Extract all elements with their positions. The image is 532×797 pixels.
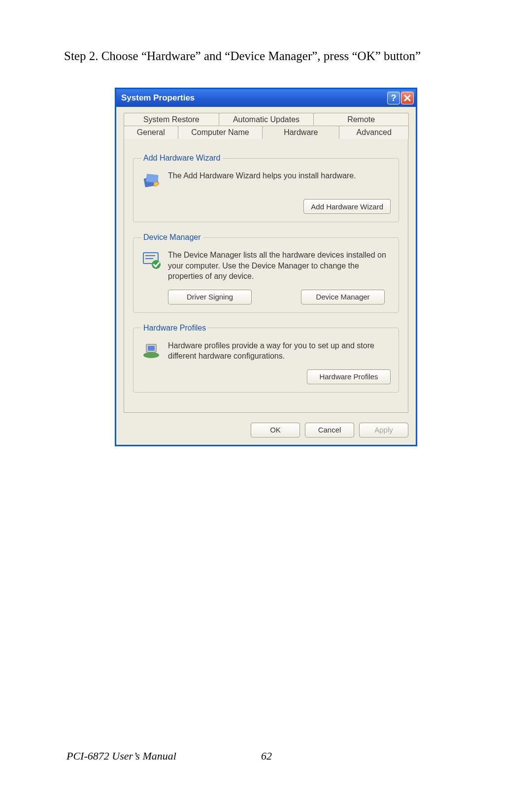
hardware-profiles-text: Hardware profiles provide a way for you … [168,340,391,362]
tab-hardware[interactable]: Hardware [262,126,339,139]
system-properties-window: System Properties ? System Restore Autom… [115,88,417,446]
ok-button[interactable]: OK [251,423,300,437]
legend-add-hardware: Add Hardware Wizard [141,154,223,163]
tab-content-hardware: Add Hardware Wizard The Add Hardware Wiz… [124,138,408,413]
titlebar: System Properties ? [116,89,416,107]
tab-remote[interactable]: Remote [313,113,409,126]
dialog-buttons: OK Cancel Apply [124,423,408,437]
close-icon[interactable] [401,92,414,104]
group-add-hardware-wizard: Add Hardware Wizard The Add Hardware Wiz… [133,154,399,222]
window-title: System Properties [121,93,387,103]
hardware-profiles-icon [141,340,162,361]
tab-general[interactable]: General [124,126,178,139]
tab-computer-name[interactable]: Computer Name [178,126,263,139]
footer-manual-title: PCI-6872 User’s Manual [66,750,176,763]
tab-automatic-updates[interactable]: Automatic Updates [219,113,314,126]
tabs: System Restore Automatic Updates Remote … [124,113,408,413]
group-device-manager: Device Manager [133,233,399,313]
cancel-button[interactable]: Cancel [305,423,354,437]
device-manager-text: The Device Manager lists all the hardwar… [168,250,391,282]
svg-point-6 [143,352,159,358]
tab-system-restore[interactable]: System Restore [124,113,219,126]
add-hardware-text: The Add Hardware Wizard helps you instal… [168,170,391,181]
apply-button[interactable]: Apply [359,423,408,437]
legend-hardware-profiles: Hardware Profiles [141,324,208,332]
hardware-profiles-button[interactable]: Hardware Profiles [307,369,391,384]
help-icon[interactable]: ? [387,92,400,104]
tab-advanced[interactable]: Advanced [339,126,409,139]
device-manager-button[interactable]: Device Manager [301,290,385,304]
step-instruction: Step 2. Choose “Hardware” and “Device Ma… [64,49,468,63]
svg-rect-1 [146,174,159,183]
hardware-wizard-icon [141,170,162,191]
group-hardware-profiles: Hardware Profiles Hardware profiles prov… [133,324,399,393]
footer-page-number: 62 [261,750,272,763]
svg-rect-8 [148,346,155,351]
legend-device-manager: Device Manager [141,233,203,242]
device-manager-icon [141,250,162,270]
driver-signing-button[interactable]: Driver Signing [168,290,252,304]
add-hardware-wizard-button[interactable]: Add Hardware Wizard [303,199,391,214]
